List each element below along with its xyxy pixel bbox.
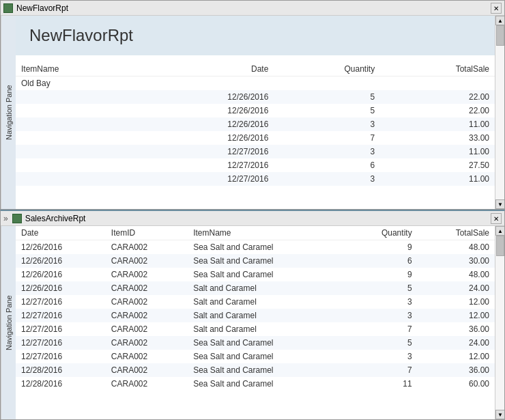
cell-quantity: 5 xyxy=(274,90,380,104)
cell-quantity: 5 xyxy=(345,336,417,350)
content-area-1: NewFlavorRpt ItemName Date Quantity Tota… xyxy=(16,16,495,209)
scrollbar-2[interactable]: ▲ ▼ xyxy=(495,226,504,419)
table-row: 12/27/2016 3 11.00 xyxy=(16,172,495,186)
cell-total: 36.00 xyxy=(418,322,495,336)
window-content-2: Navigation Pane Date ItemID ItemName Qua… xyxy=(1,226,504,419)
cell-itemname: Sea Salt and Caramel xyxy=(188,350,345,363)
col-totalsale: TotalSale xyxy=(380,62,495,76)
scroll-up-2[interactable]: ▲ xyxy=(495,226,504,236)
scrollbar-1[interactable]: ▲ ▼ xyxy=(495,16,504,209)
cell-total: 12.00 xyxy=(418,295,495,309)
cell-total: 22.00 xyxy=(380,90,495,104)
window-content-1: Navigation Pane NewFlavorRpt ItemName Da… xyxy=(1,16,504,209)
table-row: 12/27/2016 CARA002 Sea Salt and Caramel … xyxy=(16,336,495,350)
table-row: 12/28/2016 CARA002 Sea Salt and Caramel … xyxy=(16,377,495,391)
nav-pane-1[interactable]: Navigation Pane xyxy=(1,16,16,209)
report-header-1: NewFlavorRpt xyxy=(16,16,495,55)
cell-total: 30.00 xyxy=(418,254,495,268)
scroll-down-1[interactable]: ▼ xyxy=(495,199,504,209)
cell-itemname: Salt and Caramel xyxy=(188,322,345,336)
cell-date: 12/26/2016 xyxy=(16,254,106,268)
cell-itemname xyxy=(16,145,141,158)
table-row: 12/27/2016 CARA002 Salt and Caramel 7 36… xyxy=(16,322,495,336)
scroll-up-1[interactable]: ▲ xyxy=(495,16,504,25)
cell-itemname: Salt and Caramel xyxy=(188,309,345,322)
table-row: 12/27/2016 3 11.00 xyxy=(16,145,495,158)
cell-itemid: CARA002 xyxy=(106,336,188,350)
report-table-1: ItemName Date Quantity TotalSale Old Bay… xyxy=(16,62,495,186)
close-button-2[interactable]: ✕ xyxy=(491,213,502,224)
cell-total: 22.00 xyxy=(380,104,495,117)
col2-date: Date xyxy=(16,226,106,240)
cell-date: 12/26/2016 xyxy=(16,281,106,295)
scroll-down-2[interactable]: ▼ xyxy=(495,410,504,419)
table-row: 12/27/2016 CARA002 Salt and Caramel 3 12… xyxy=(16,295,495,309)
cell-itemname xyxy=(16,172,141,186)
report-table-2: Date ItemID ItemName Quantity TotalSale … xyxy=(16,226,495,391)
group-label: Old Bay xyxy=(16,76,141,91)
cell-quantity: 3 xyxy=(274,172,380,186)
cell-total: 27.50 xyxy=(380,158,495,172)
cell-itemid: CARA002 xyxy=(106,350,188,363)
cell-itemname xyxy=(16,90,141,104)
cell-itemname: Sea Salt and Caramel xyxy=(188,363,345,377)
table-row: 12/26/2016 7 33.00 xyxy=(16,131,495,145)
table-row: 12/27/2016 CARA002 Salt and Caramel 3 12… xyxy=(16,309,495,322)
col2-itemid: ItemID xyxy=(106,226,188,240)
cell-itemname: Sea Salt and Caramel xyxy=(188,240,345,255)
cell-itemname: Sea Salt and Caramel xyxy=(188,268,345,281)
cell-date: 12/27/2016 xyxy=(16,350,106,363)
group-label-row: Old Bay xyxy=(16,76,495,91)
scroll-track-1[interactable] xyxy=(495,25,504,199)
cell-date: 12/26/2016 xyxy=(141,131,274,145)
cell-itemname xyxy=(16,131,141,145)
cell-itemname xyxy=(16,104,141,117)
cell-quantity: 3 xyxy=(345,350,417,363)
cell-itemname: Salt and Caramel xyxy=(188,281,345,295)
cell-total: 11.00 xyxy=(380,172,495,186)
expand-arrow[interactable]: » xyxy=(3,214,8,223)
cell-quantity: 3 xyxy=(345,295,417,309)
cell-itemname xyxy=(16,158,141,172)
cell-total: 11.00 xyxy=(380,145,495,158)
cell-itemid: CARA002 xyxy=(106,322,188,336)
table-row: 12/26/2016 CARA002 Sea Salt and Caramel … xyxy=(16,240,495,255)
cell-itemid: CARA002 xyxy=(106,295,188,309)
scroll-track-2[interactable] xyxy=(495,236,504,410)
cell-quantity: 6 xyxy=(274,158,380,172)
scroll-thumb-1 xyxy=(496,25,504,46)
cell-itemname: Sea Salt and Caramel xyxy=(188,254,345,268)
window-icon-2 xyxy=(12,214,22,223)
cell-date: 12/26/2016 xyxy=(141,104,274,117)
col2-totalsale: TotalSale xyxy=(418,226,495,240)
content-area-2: Date ItemID ItemName Quantity TotalSale … xyxy=(16,226,495,419)
col-date: Date xyxy=(141,62,274,76)
cell-total: 33.00 xyxy=(380,131,495,145)
cell-total: 11.00 xyxy=(380,117,495,131)
cell-date: 12/27/2016 xyxy=(16,309,106,322)
cell-date: 12/26/2016 xyxy=(141,117,274,131)
close-button-1[interactable]: ✕ xyxy=(491,3,502,14)
col2-itemname: ItemName xyxy=(188,226,345,240)
window-title-2: SalesArchiveRpt xyxy=(25,214,86,223)
table-row: 12/26/2016 CARA002 Sea Salt and Caramel … xyxy=(16,268,495,281)
title-bar-2: » SalesArchiveRpt ✕ xyxy=(1,211,504,226)
table-row: 12/28/2016 CARA002 Sea Salt and Caramel … xyxy=(16,363,495,377)
cell-date: 12/27/2016 xyxy=(16,336,106,350)
nav-pane-2[interactable]: Navigation Pane xyxy=(1,226,16,419)
window-newflavorpt: NewFlavorRpt ✕ Navigation Pane NewFlavor… xyxy=(0,0,505,210)
cell-itemid: CARA002 xyxy=(106,309,188,322)
cell-date: 12/26/2016 xyxy=(16,240,106,255)
cell-total: 12.00 xyxy=(418,350,495,363)
table-row: 12/27/2016 6 27.50 xyxy=(16,158,495,172)
table-row: 12/26/2016 5 22.00 xyxy=(16,90,495,104)
table-row: 12/27/2016 CARA002 Sea Salt and Caramel … xyxy=(16,350,495,363)
cell-itemid: CARA002 xyxy=(106,254,188,268)
col-itemname: ItemName xyxy=(16,62,141,76)
table-row: 12/26/2016 5 22.00 xyxy=(16,104,495,117)
cell-quantity: 3 xyxy=(345,309,417,322)
cell-total: 12.00 xyxy=(418,309,495,322)
col2-quantity: Quantity xyxy=(345,226,417,240)
cell-itemid: CARA002 xyxy=(106,268,188,281)
cell-date: 12/27/2016 xyxy=(141,145,274,158)
